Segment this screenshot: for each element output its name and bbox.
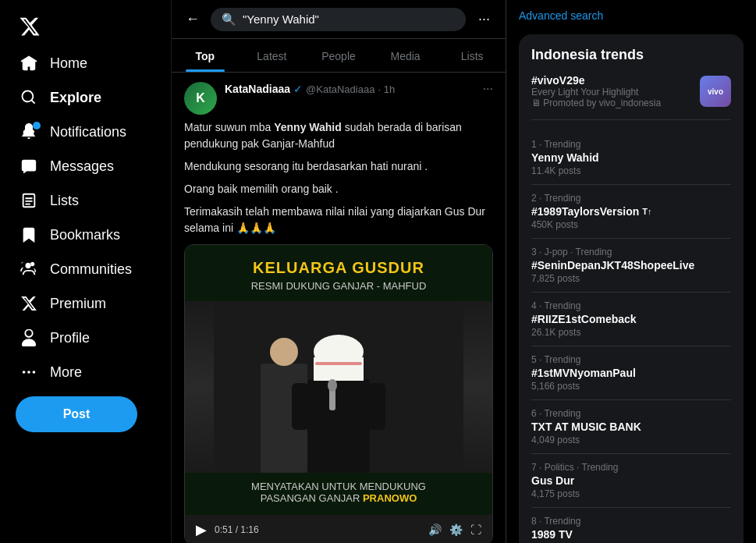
- sidebar-item-explore[interactable]: Explore: [9, 81, 161, 114]
- sidebar-item-notifications[interactable]: Notifications: [9, 115, 161, 148]
- tabs-bar: Top Latest People Media Lists: [172, 39, 506, 73]
- tab-media[interactable]: Media: [372, 39, 439, 72]
- top-bar: ← 🔍 ···: [172, 0, 506, 39]
- sidebar-item-profile[interactable]: Profile: [9, 321, 161, 354]
- svg-rect-10: [315, 362, 362, 365]
- media-image-svg: [185, 301, 492, 473]
- search-input[interactable]: [243, 12, 455, 26]
- trend-item-3[interactable]: 3 · J-pop · Trending #SeninDepanJKT48Sho…: [531, 239, 731, 293]
- x-logo-icon: [19, 16, 41, 37]
- tweet-meta: KataNadiaaa ✓ @KataNadiaaa · 1h ···: [225, 82, 493, 96]
- trend-item-8[interactable]: 8 · Trending 1989 TV: [531, 508, 731, 543]
- svg-rect-6: [307, 379, 370, 473]
- fullscreen-icon[interactable]: ⛶: [470, 523, 481, 536]
- tab-people[interactable]: People: [305, 39, 372, 72]
- trend-count-7: 4,175 posts: [531, 488, 731, 499]
- trend-name-3: #SeninDepanJKT48ShopeeLive: [531, 259, 731, 272]
- search-more-button[interactable]: ···: [472, 8, 496, 30]
- volume-icon[interactable]: 🔊: [428, 523, 442, 536]
- trend-meta-4: 4 · Trending: [531, 300, 731, 311]
- search-bar: 🔍: [211, 8, 466, 31]
- sidebar-item-home[interactable]: Home: [9, 47, 161, 80]
- trend-item-2[interactable]: 2 · Trending #1989TaylorsVersion T↑ 450K…: [531, 185, 731, 239]
- promo-sub2: 🖥 Promoted by vivo_indonesia: [531, 98, 692, 108]
- trend-meta-5: 5 · Trending: [531, 354, 731, 365]
- sidebar-item-more[interactable]: More: [9, 356, 161, 389]
- trend-name-5: #1stMVNyomanPaul: [531, 367, 731, 379]
- trend-meta-8: 8 · Trending: [531, 516, 731, 527]
- tweet-line-1: Matur suwun mba Yenny Wahid sudah berada…: [184, 119, 493, 152]
- sidebar-item-communities[interactable]: Communities: [9, 253, 161, 286]
- tweet-header: K KataNadiaaa ✓ @KataNadiaaa · 1h ···: [184, 82, 493, 115]
- svg-rect-9: [314, 357, 364, 381]
- media-footer-text: MENYATAKAN UNTUK MENDUKUNG: [201, 481, 477, 492]
- trends-section: Indonesia trends #vivoV29e Every Light Y…: [519, 34, 744, 543]
- sidebar-item-messages[interactable]: Messages: [9, 150, 161, 183]
- avatar-image: K: [184, 82, 217, 115]
- logo[interactable]: [9, 6, 161, 44]
- play-button[interactable]: ▶: [196, 521, 207, 538]
- messages-icon: [19, 158, 39, 175]
- pranowo-text: PRANOWO: [363, 492, 417, 504]
- tweet-line-2: Mendukung sesorang itu berdasarkan hati …: [184, 158, 493, 175]
- tab-latest[interactable]: Latest: [239, 39, 306, 72]
- main-content: ← 🔍 ··· Top Latest People Media Lists K: [172, 0, 506, 543]
- search-icon: 🔍: [222, 12, 236, 27]
- tab-lists[interactable]: Lists: [438, 39, 506, 72]
- media-card: KELUARGA GUSDUR RESMI DUKUNG GANJAR - MA…: [184, 244, 493, 543]
- media-footer: MENYATAKAN UNTUK MENDUKUNG PASANGAN GANJ…: [185, 473, 492, 515]
- avatar: K: [184, 82, 217, 115]
- trend-count-6: 4,049 posts: [531, 435, 731, 445]
- profile-icon: [19, 329, 39, 346]
- trend-name-7: Gus Dur: [531, 474, 731, 487]
- advanced-search-link[interactable]: Advanced search: [519, 9, 744, 22]
- media-subtitle: RESMI DUKUNG GANJAR - MAHFUD: [201, 280, 477, 292]
- lists-icon: [19, 192, 39, 209]
- trend-count-2: 450K posts: [531, 219, 731, 230]
- sidebar-item-home-label: Home: [50, 55, 87, 72]
- svg-point-1: [27, 371, 30, 374]
- media-title: KELUARGA GUSDUR: [201, 259, 477, 277]
- media-footer-highlight: PASANGAN GANJAR PRANOWO: [201, 492, 477, 504]
- sidebar-item-notifications-label: Notifications: [50, 124, 126, 140]
- tweet-author-row: KataNadiaaa ✓ @KataNadiaaa · 1h ···: [225, 82, 493, 96]
- sidebar-item-lists-label: Lists: [50, 193, 79, 209]
- tab-top[interactable]: Top: [172, 39, 239, 72]
- trend-item-1[interactable]: 1 · Trending Yenny Wahid 11.4K posts: [531, 131, 731, 185]
- communities-icon: [19, 261, 39, 278]
- left-sidebar: Home Explore Notifications Messages List…: [0, 0, 172, 543]
- trend-item-4[interactable]: 4 · Trending #RIIZE1stComeback 26.1K pos…: [531, 293, 731, 346]
- post-button[interactable]: Post: [16, 396, 137, 432]
- trends-title: Indonesia trends: [531, 47, 731, 63]
- tweet-item[interactable]: K KataNadiaaa ✓ @KataNadiaaa · 1h ··· Ma…: [172, 73, 506, 543]
- trend-count-4: 26.1K posts: [531, 327, 731, 338]
- sidebar-item-messages-label: Messages: [50, 158, 114, 175]
- author-handle: @KataNadiaaa: [306, 83, 374, 95]
- svg-point-0: [23, 371, 26, 374]
- sidebar-item-lists[interactable]: Lists: [9, 184, 161, 217]
- tweet-body: Matur suwun mba Yenny Wahid sudah berada…: [184, 119, 493, 236]
- video-time: 0:51 / 1:16: [215, 524, 421, 535]
- settings-icon[interactable]: ⚙️: [449, 523, 463, 536]
- tweet-time: · 1h: [378, 83, 395, 95]
- trend-count-3: 7,825 posts: [531, 273, 731, 284]
- trend-count-1: 11.4K posts: [531, 165, 731, 176]
- trend-name-8: 1989 TV: [531, 528, 731, 541]
- tweet-line-3: Orang baik memilih orang baik .: [184, 181, 493, 197]
- trend-item-6[interactable]: 6 · Trending TXT AT MUSIC BANK 4,049 pos…: [531, 400, 731, 454]
- sidebar-item-communities-label: Communities: [50, 261, 132, 278]
- media-image: [185, 301, 492, 473]
- home-icon: [19, 55, 39, 72]
- back-button[interactable]: ←: [181, 6, 204, 32]
- sidebar-item-premium[interactable]: Premium: [9, 287, 161, 320]
- video-controls: ▶ 0:51 / 1:16 🔊 ⚙️ ⛶: [185, 515, 492, 543]
- promo-item[interactable]: #vivoV29e Every Light Your Highlight 🖥 P…: [531, 74, 731, 120]
- media-header: KELUARGA GUSDUR RESMI DUKUNG GANJAR - MA…: [185, 245, 492, 301]
- trend-item-7[interactable]: 7 · Politics · Trending Gus Dur 4,175 po…: [531, 454, 731, 508]
- trend-count-5: 5,166 posts: [531, 381, 731, 392]
- trend-meta-7: 7 · Politics · Trending: [531, 462, 731, 473]
- tweet-more-button[interactable]: ···: [483, 82, 493, 96]
- trend-item-5[interactable]: 5 · Trending #1stMVNyomanPaul 5,166 post…: [531, 346, 731, 400]
- sidebar-item-bookmarks[interactable]: Bookmarks: [9, 218, 161, 251]
- trend-name-1: Yenny Wahid: [531, 151, 731, 164]
